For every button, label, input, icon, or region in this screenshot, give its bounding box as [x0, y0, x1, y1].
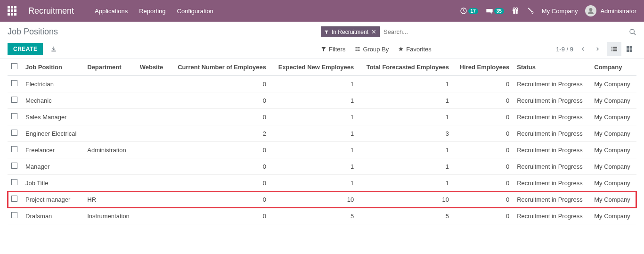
kanban-view-icon[interactable] — [622, 42, 636, 56]
svg-rect-19 — [613, 49, 617, 49]
row-checkbox[interactable] — [11, 163, 17, 169]
cell-department — [83, 125, 136, 142]
col-current[interactable]: Current Number of Employees — [169, 58, 270, 76]
user-menu[interactable]: Administrator — [585, 5, 636, 16]
control-panel: Job Positions In Recruitment ✕ CREATE Fi… — [0, 22, 644, 58]
pager-text[interactable]: 1-9 / 9 — [556, 46, 573, 53]
cell-website — [136, 208, 169, 224]
row-checkbox[interactable] — [11, 212, 17, 218]
row-checkbox[interactable] — [11, 80, 17, 86]
col-hired[interactable]: Hired Employees — [453, 58, 513, 76]
svg-rect-14 — [358, 49, 360, 49]
filters-button[interactable]: Filters — [321, 46, 345, 53]
cell-forecasted: 10 — [358, 191, 453, 208]
table-row[interactable]: Project managerHR010100Recruitment in Pr… — [8, 191, 636, 208]
nav-applications[interactable]: Applications — [95, 8, 128, 15]
view-switcher — [607, 42, 636, 56]
search-filter-tag[interactable]: In Recruitment ✕ — [321, 26, 380, 37]
search-input[interactable] — [380, 26, 629, 37]
cell-status: Recruitment in Progress — [513, 125, 590, 142]
cell-hired: 0 — [453, 109, 513, 125]
table-row[interactable]: Sales Manager0110Recruitment in Progress… — [8, 109, 636, 125]
table-row[interactable]: Manager0110Recruitment in ProgressMy Com… — [8, 158, 636, 175]
row-checkbox[interactable] — [11, 196, 17, 202]
row-checkbox[interactable] — [11, 179, 17, 185]
cell-hired: 0 — [453, 125, 513, 142]
cell-status: Recruitment in Progress — [513, 175, 590, 191]
select-all-checkbox[interactable] — [11, 63, 17, 69]
cell-current: 0 — [169, 191, 270, 208]
col-forecasted[interactable]: Total Forecasted Employees — [358, 58, 453, 76]
favorites-button[interactable]: Favorites — [398, 46, 431, 53]
svg-rect-3 — [515, 9, 515, 14]
cell-status: Recruitment in Progress — [513, 208, 590, 224]
cp-tools: Filters Group By Favorites 1-9 / 9 — [321, 42, 636, 56]
nav-configuration[interactable]: Configuration — [177, 8, 213, 15]
cell-hired: 0 — [453, 175, 513, 191]
gift-icon[interactable] — [512, 7, 519, 15]
search-icon[interactable] — [629, 28, 636, 36]
cell-forecasted: 1 — [358, 109, 453, 125]
cell-department: HR — [83, 191, 136, 208]
col-job-position[interactable]: Job Position — [22, 58, 83, 76]
cell-forecasted: 1 — [358, 175, 453, 191]
table-row[interactable]: Electrician0110Recruitment in ProgressMy… — [8, 76, 636, 92]
cell-position: Engineer Electrical — [22, 125, 83, 142]
svg-line-8 — [634, 33, 636, 35]
table-row[interactable]: Job Title0110Recruitment in ProgressMy C… — [8, 175, 636, 191]
col-expected[interactable]: Expected New Employees — [270, 58, 358, 76]
col-website[interactable]: Website — [136, 58, 169, 76]
apps-icon[interactable] — [8, 6, 17, 16]
svg-rect-20 — [611, 50, 612, 51]
table-row[interactable]: DrafsmanInstrumentation0550Recruitment i… — [8, 208, 636, 224]
cell-expected: 1 — [270, 109, 358, 125]
groupby-button[interactable]: Group By — [355, 46, 389, 53]
cell-current: 0 — [169, 175, 270, 191]
svg-rect-21 — [613, 50, 617, 51]
svg-rect-13 — [358, 47, 360, 48]
col-company[interactable]: Company — [590, 58, 636, 76]
row-checkbox[interactable] — [11, 113, 17, 119]
cell-company: My Company — [590, 175, 636, 191]
cell-company: My Company — [590, 109, 636, 125]
cell-forecasted: 3 — [358, 125, 453, 142]
table-row[interactable]: FreelancerAdministration0110Recruitment … — [8, 142, 636, 158]
col-status[interactable]: Status — [513, 58, 590, 76]
table-container: Job Position Department Website Current … — [0, 58, 644, 224]
company-selector[interactable]: My Company — [542, 8, 578, 15]
table-row[interactable]: Engineer Electrical2130Recruitment in Pr… — [8, 125, 636, 142]
app-brand[interactable]: Recruitment — [28, 6, 74, 16]
nav-reporting[interactable]: Reporting — [139, 8, 165, 15]
cell-expected: 10 — [270, 191, 358, 208]
activity-icon[interactable]: 17 — [460, 7, 478, 15]
list-view-icon[interactable] — [607, 42, 621, 56]
create-button[interactable]: CREATE — [8, 43, 43, 55]
cell-company: My Company — [590, 92, 636, 109]
cell-status: Recruitment in Progress — [513, 92, 590, 109]
cell-website — [136, 158, 169, 175]
col-department[interactable]: Department — [83, 58, 136, 76]
cell-hired: 0 — [453, 191, 513, 208]
messages-icon[interactable]: 35 — [486, 7, 504, 15]
cell-position: Manager — [22, 158, 83, 175]
svg-rect-11 — [356, 49, 357, 49]
cell-department — [83, 158, 136, 175]
messages-badge: 35 — [494, 8, 504, 14]
remove-filter-icon[interactable]: ✕ — [371, 28, 376, 35]
row-checkbox[interactable] — [11, 97, 17, 103]
table-row[interactable]: Mechanic0110Recruitment in ProgressMy Co… — [8, 92, 636, 109]
svg-rect-10 — [356, 47, 357, 48]
activity-badge: 17 — [468, 8, 478, 14]
cell-hired: 0 — [453, 158, 513, 175]
cell-status: Recruitment in Progress — [513, 158, 590, 175]
wrench-icon[interactable] — [527, 7, 534, 15]
pager-prev-icon[interactable] — [579, 44, 587, 54]
row-checkbox[interactable] — [11, 146, 17, 152]
cell-expected: 1 — [270, 158, 358, 175]
pager-next-icon[interactable] — [593, 44, 602, 54]
row-checkbox[interactable] — [11, 130, 17, 136]
cell-forecasted: 5 — [358, 208, 453, 224]
svg-rect-22 — [627, 46, 629, 49]
import-icon[interactable] — [50, 46, 57, 52]
cell-expected: 1 — [270, 125, 358, 142]
